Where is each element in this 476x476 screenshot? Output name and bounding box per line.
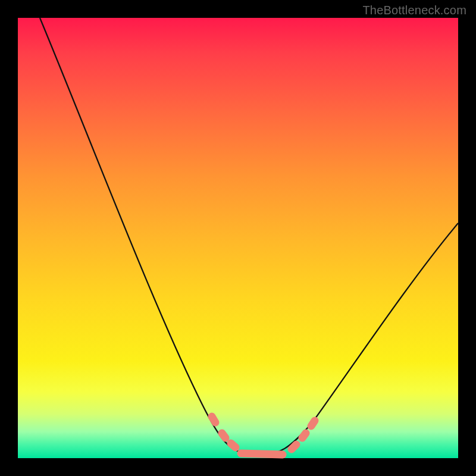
marker-dot bbox=[231, 443, 236, 447]
watermark-text: TheBottleneck.com bbox=[362, 4, 466, 17]
curve-svg bbox=[18, 18, 458, 458]
plot-area bbox=[18, 18, 458, 458]
bottleneck-curve bbox=[40, 18, 458, 455]
marker-flat bbox=[241, 453, 283, 455]
marker-dot bbox=[302, 433, 306, 438]
marker-dot bbox=[311, 421, 315, 426]
marker-dot bbox=[222, 433, 226, 438]
marker-group bbox=[212, 416, 315, 455]
marker-dot bbox=[212, 416, 215, 422]
marker-dot bbox=[292, 444, 296, 449]
chart-frame: TheBottleneck.com bbox=[0, 0, 476, 476]
